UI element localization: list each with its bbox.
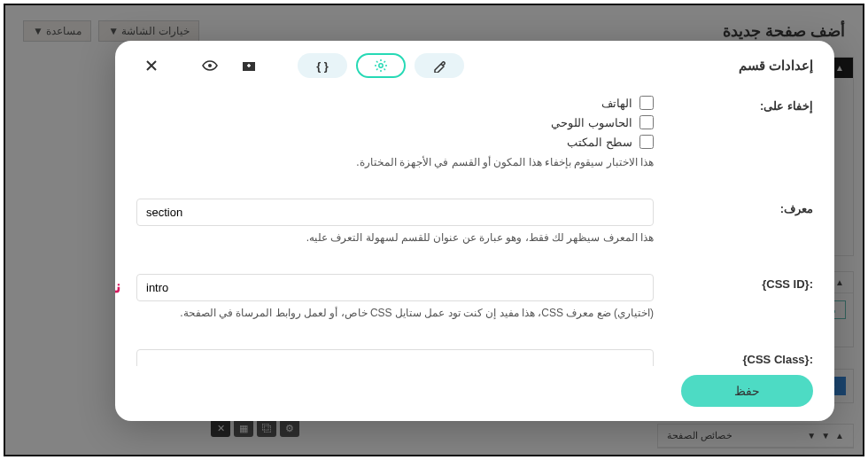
cssid-label: :{CSS ID} [671,274,813,291]
cssclass-row: :{CSS Class} [136,344,813,366]
hide-phone-checkbox[interactable]: الهاتف [136,96,654,110]
cssid-help-text: (اختياري) ضع معرف CSS، هذا مفيد إن كنت ت… [136,305,654,321]
hide-help-text: هذا الاختبار سيقوم بإخفاء هذا المكون أو … [136,154,654,170]
hide-desktop-checkbox[interactable]: سطح المكتب [136,135,654,149]
annotation-copy: نسخ [115,276,121,297]
cssid-row: :{CSS ID} نسخ (اختياري) ضع معرف CSS، هذا… [136,269,813,326]
id-label: معرف: [671,199,813,215]
design-tab[interactable] [415,53,464,78]
save-button[interactable]: حفظ [681,375,813,407]
id-help-text: هذا المعرف سيظهر لك فقط، وهو عبارة عن عن… [136,230,654,246]
code-tab[interactable]: { } [298,53,347,78]
checkbox-label: الهاتف [601,97,632,110]
modal-header: { } إعدادات قسم [115,41,834,87]
eye-icon[interactable] [195,53,225,78]
hide-tablet-checkbox[interactable]: الحاسوب اللوحي [136,115,654,129]
checkbox-input[interactable] [639,135,654,149]
id-row: معرف: هذا المعرف سيظهر لك فقط، وهو عبارة… [136,193,813,251]
checkbox-label: سطح المكتب [567,136,632,149]
modal-footer: حفظ [115,366,834,421]
close-button[interactable] [136,53,167,78]
checkbox-input[interactable] [639,115,654,129]
checkbox-label: الحاسوب اللوحي [551,116,632,129]
settings-modal: { } إعدادات قسم إخفاء على: الهاتف الحاسو… [115,41,834,421]
annotation-text: نسخ [115,276,121,297]
svg-point-2 [379,64,383,67]
settings-tab[interactable] [356,53,406,78]
cssclass-input[interactable] [136,349,654,366]
id-input[interactable] [136,199,654,226]
hide-on-label: إخفاء على: [671,96,813,113]
cssclass-label: :{CSS Class} [671,349,813,366]
save-library-icon[interactable] [234,53,264,78]
hide-on-row: إخفاء على: الهاتف الحاسوب اللوحي سطح الم… [136,90,813,175]
cssid-input[interactable] [136,274,654,301]
svg-point-0 [208,64,212,67]
checkbox-input[interactable] [639,96,654,110]
modal-body: إخفاء على: الهاتف الحاسوب اللوحي سطح الم… [115,87,834,366]
modal-title: إعدادات قسم [739,58,813,74]
